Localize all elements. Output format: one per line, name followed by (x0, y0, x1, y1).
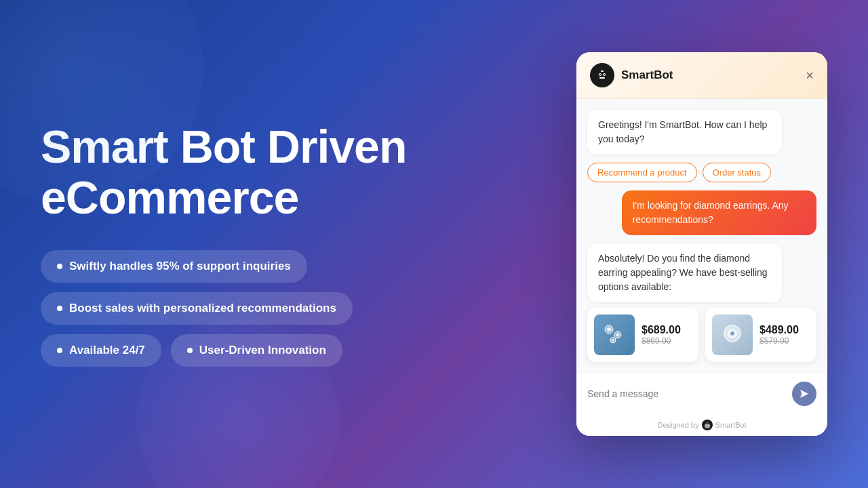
recommend-product-button[interactable]: Recommend a product (587, 163, 697, 182)
bullet-icon-3a (57, 348, 62, 353)
footer-designed-by: Designed by (657, 421, 698, 429)
product-card-1[interactable]: $689.00 $869.00 (587, 308, 698, 362)
bullet-icon-1 (57, 264, 62, 269)
user-message: I'm looking for diamond earrings. Any re… (622, 190, 816, 235)
svg-point-4 (604, 74, 605, 75)
bot-avatar (590, 63, 614, 87)
svg-point-12 (612, 339, 614, 342)
send-icon (799, 388, 810, 399)
chat-widget: SmartBot × Greetings! I'm SmartBot. How … (576, 52, 827, 436)
svg-rect-6 (601, 70, 604, 72)
features-list: Swiftly handles 95% of support inquiries… (41, 250, 536, 367)
bot-reply-message: Absolutely! Do you find the diamond earr… (587, 243, 782, 302)
feature-item-3b: User-Driven Innovation (171, 334, 342, 367)
send-button[interactable] (792, 382, 816, 406)
bot-name: SmartBot (621, 68, 673, 82)
footer-brand: SmartBot (715, 421, 747, 429)
bot-greeting-text: Greetings! I'm SmartBot. How can I help … (598, 119, 767, 144)
chat-footer: Designed by 🤖 SmartBot (576, 414, 827, 436)
product-image-1 (594, 314, 635, 355)
svg-point-16 (730, 331, 732, 333)
chat-input-area (576, 373, 827, 414)
product-2-original-price: $579.00 (760, 336, 799, 346)
product-1-pricing: $689.00 $869.00 (642, 324, 681, 346)
feature-item-3a: Available 24/7 (41, 334, 161, 367)
svg-rect-5 (599, 77, 605, 79)
chat-header: SmartBot × (576, 52, 827, 99)
svg-point-10 (616, 333, 620, 337)
product-1-price: $689.00 (642, 324, 681, 336)
feature-item-2: Boost sales with personalized recommenda… (41, 292, 353, 325)
bot-greeting-message: Greetings! I'm SmartBot. How can I help … (587, 110, 782, 155)
feature-item-1: Swiftly handles 95% of support inquiries (41, 250, 307, 283)
user-message-text: I'm looking for diamond earrings. Any re… (633, 200, 789, 225)
chat-widget-container: SmartBot × Greetings! I'm SmartBot. How … (576, 52, 827, 436)
feature-text-2: Boost sales with personalized recommenda… (69, 302, 336, 315)
footer-logo: 🤖 (702, 420, 713, 430)
product-image-2 (712, 314, 753, 355)
order-status-button[interactable]: Order status (703, 163, 772, 182)
bot-reply-text: Absolutely! Do you find the diamond earr… (598, 253, 768, 292)
feature-text-1: Swiftly handles 95% of support inquiries (69, 260, 291, 273)
product-1-original-price: $869.00 (642, 336, 681, 346)
svg-point-8 (607, 327, 611, 331)
chat-input[interactable] (587, 388, 785, 399)
feature-text-3b: User-Driven Innovation (199, 344, 326, 357)
products-row: $689.00 $869.00 (587, 308, 816, 362)
chat-header-left: SmartBot (590, 63, 673, 87)
close-button[interactable]: × (806, 68, 814, 82)
chat-body: Greetings! I'm SmartBot. How can I help … (576, 99, 827, 373)
bullet-icon-3b (187, 348, 193, 353)
quick-replies: Recommend a product Order status (587, 163, 816, 182)
feature-text-3a: Available 24/7 (69, 344, 145, 357)
product-card-2[interactable]: $489.00 $579.00 (705, 308, 816, 362)
product-2-pricing: $489.00 $579.00 (760, 324, 799, 346)
product-2-price: $489.00 (760, 324, 799, 336)
bullet-icon-2 (57, 306, 62, 311)
svg-point-3 (599, 74, 601, 75)
feature-row: Available 24/7 User-Driven Innovation (41, 334, 536, 367)
